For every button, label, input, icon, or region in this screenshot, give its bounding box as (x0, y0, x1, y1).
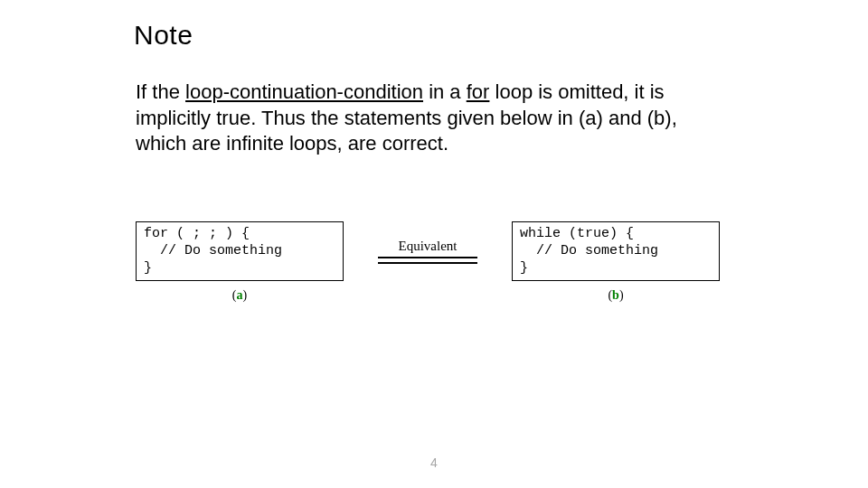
underlined-term-loop-condition: loop-continuation-condition (185, 80, 423, 103)
body-paragraph: If the loop-continuation-condition in a … (136, 80, 732, 157)
equivalent-connector: Equivalent (360, 239, 495, 265)
caption-paren: ) (243, 288, 248, 302)
figure-captions: (a) (b) (136, 288, 732, 303)
underlined-term-for: for (467, 80, 490, 103)
caption-letter: a (237, 288, 243, 302)
equivalent-lines-icon (378, 256, 477, 265)
figure: for ( ; ; ) { // Do something } Equivale… (136, 221, 732, 303)
text-fragment: in a (423, 80, 467, 103)
page-number: 4 (0, 455, 868, 470)
code-box-a: for ( ; ; ) { // Do something } (136, 221, 344, 281)
caption-spacer (344, 288, 512, 303)
caption-paren: ) (619, 288, 624, 302)
caption-a: (a) (136, 288, 344, 303)
text-fragment: If the (136, 80, 185, 103)
equivalent-label: Equivalent (399, 239, 458, 254)
caption-letter: b (612, 288, 619, 302)
slide: Note If the loop-continuation-condition … (0, 0, 868, 488)
caption-b: (b) (512, 288, 720, 303)
code-box-b: while (true) { // Do something } (512, 221, 720, 281)
slide-title: Note (134, 20, 193, 51)
figure-row: for ( ; ; ) { // Do something } Equivale… (136, 221, 732, 281)
